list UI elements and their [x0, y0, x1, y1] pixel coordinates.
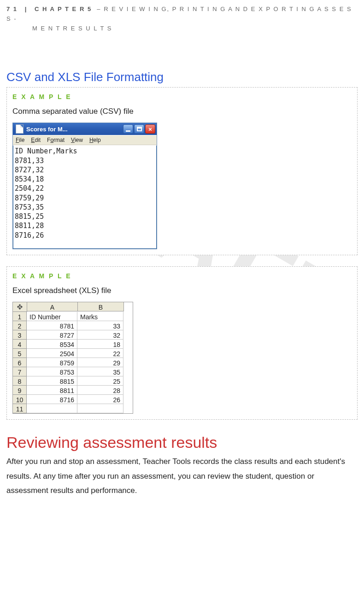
menubar: File Edit Format View Help [13, 135, 157, 145]
csv-desc: Comma separated value (CSV) file [12, 107, 352, 116]
table-row: 8 8815 25 [13, 376, 133, 386]
table-row: 1 ID Number Marks [13, 312, 133, 321]
row-header[interactable]: 2 [13, 321, 27, 330]
row-header[interactable]: 10 [13, 395, 27, 404]
cell[interactable]: 25 [77, 376, 123, 386]
cell[interactable]: 2504 [27, 349, 77, 358]
cell[interactable]: ID Number [27, 312, 77, 321]
section-heading: CSV and XLS File Formatting [6, 70, 358, 84]
row-header[interactable]: 4 [13, 340, 27, 349]
cell[interactable]: 18 [77, 340, 123, 349]
menu-view[interactable]: View [71, 137, 83, 143]
table-row: 9 8811 28 [13, 386, 133, 395]
chapter-label: C H A P T E R 5 [35, 6, 92, 12]
row-header[interactable]: 3 [13, 330, 27, 340]
cell[interactable] [77, 404, 123, 413]
row-header[interactable]: 9 [13, 386, 27, 395]
cell[interactable]: 35 [77, 367, 123, 376]
table-row: 3 8727 32 [13, 330, 133, 340]
cell[interactable]: 8781 [27, 321, 77, 330]
example-label: E X A M P L E [12, 93, 352, 100]
cell[interactable]: 8727 [27, 330, 77, 340]
example-box-xls: E X A M P L E Excel spreadsheet (XLS) fi… [6, 266, 358, 420]
excel-grid: A B 1 ID Number Marks 2 8781 33 3 8727 3… [12, 302, 133, 414]
select-all-icon [17, 304, 23, 310]
row-header[interactable]: 7 [13, 367, 27, 376]
row-header[interactable]: 1 [13, 312, 27, 321]
row-header[interactable]: 5 [13, 349, 27, 358]
table-row: 5 2504 22 [13, 349, 133, 358]
col-header-b[interactable]: B [78, 302, 124, 311]
cell[interactable]: 8811 [27, 386, 77, 395]
cell[interactable]: 29 [77, 358, 123, 367]
review-body: After you run and stop an assessment, Te… [6, 454, 358, 498]
cell[interactable]: 8716 [27, 395, 77, 404]
window-title: Scores for M... [26, 126, 123, 133]
menu-file[interactable]: File [16, 137, 24, 143]
cell[interactable] [27, 404, 77, 413]
header-separator: | [25, 6, 28, 12]
page-number: 7 1 [6, 6, 18, 12]
table-row: 10 8716 26 [13, 395, 133, 404]
review-heading: Reviewing assessment results [6, 434, 358, 452]
row-header[interactable]: 8 [13, 376, 27, 386]
cell[interactable]: 32 [77, 330, 123, 340]
table-row: 2 8781 33 [13, 321, 133, 330]
table-row: 7 8753 35 [13, 367, 133, 376]
notepad-text[interactable]: ID Number,Marks 8781,33 8727,32 8534,18 … [13, 145, 157, 249]
menu-help[interactable]: Help [89, 137, 101, 143]
table-row: 6 8759 29 [13, 358, 133, 367]
example-label: E X A M P L E [12, 272, 352, 280]
cell[interactable]: 22 [77, 349, 123, 358]
cell[interactable]: 26 [77, 395, 123, 404]
xls-desc: Excel spreadsheet (XLS) file [12, 286, 352, 295]
table-row: 4 8534 18 [13, 340, 133, 349]
cell[interactable]: 28 [77, 386, 123, 395]
titlebar: Scores for M... × [13, 123, 157, 135]
row-header[interactable]: 6 [13, 358, 27, 367]
cell[interactable]: 8753 [27, 367, 77, 376]
minimize-button[interactable] [123, 124, 133, 134]
select-all-corner[interactable] [13, 302, 27, 312]
cell[interactable]: 8815 [27, 376, 77, 386]
document-icon [16, 124, 23, 134]
menu-format[interactable]: Format [47, 137, 65, 143]
cell[interactable]: 8759 [27, 358, 77, 367]
cell[interactable]: Marks [77, 312, 123, 321]
close-button[interactable]: × [145, 124, 155, 134]
example-box-csv: E X A M P L E Comma separated value (CSV… [6, 87, 358, 255]
maximize-button[interactable] [134, 124, 144, 134]
table-row: 11 [13, 404, 133, 413]
cell[interactable]: 8534 [27, 340, 77, 349]
page-header: 7 1 | C H A P T E R 5 – R E V I E W I N … [6, 5, 358, 33]
cell[interactable]: 33 [77, 321, 123, 330]
header-title-2: M E N T R E S U L T S [32, 25, 112, 32]
menu-edit[interactable]: Edit [31, 137, 41, 143]
row-header[interactable]: 11 [13, 404, 27, 413]
col-header-a[interactable]: A [27, 302, 78, 311]
notepad-window: Scores for M... × File Edit Format View … [12, 123, 157, 249]
